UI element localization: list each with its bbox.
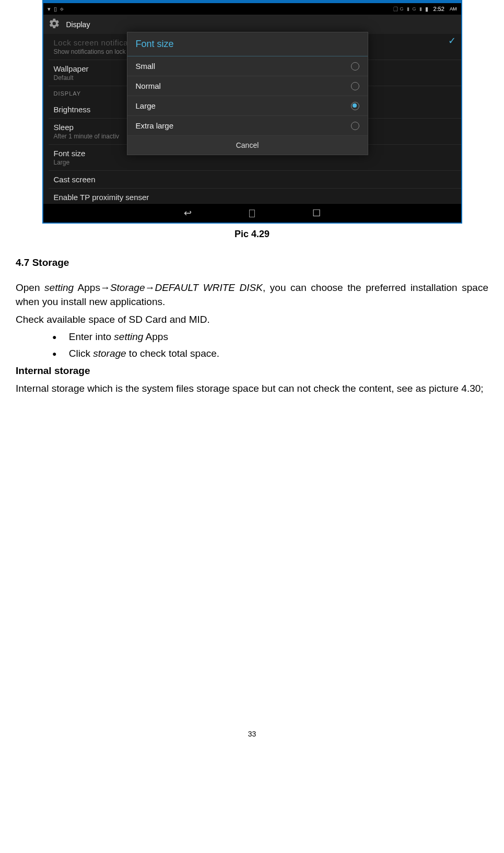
figure-caption: Pic 4.29 bbox=[16, 229, 488, 240]
row-cast-screen[interactable]: Cast screen bbox=[49, 171, 461, 189]
radio-icon bbox=[351, 62, 359, 71]
home-icon[interactable]: ⎕ bbox=[249, 208, 255, 219]
dialog-title: Font size bbox=[127, 32, 368, 56]
app-bar-title: Display bbox=[66, 20, 90, 29]
screenshot-figure: ▾ ▯ ⎆ ⃣ G ▮ G ▮ ▮ 2:52 AM bbox=[42, 0, 462, 224]
list-item: Click storage to check total space. bbox=[52, 346, 488, 361]
recents-icon[interactable]: ☐ bbox=[312, 207, 321, 219]
dialog-option-label: Small bbox=[136, 62, 156, 71]
paragraph-1: Open setting Apps→Storage→DEFAULT WRITE … bbox=[16, 281, 488, 309]
bullet-list: Enter into setting Apps Click storage to… bbox=[16, 330, 488, 360]
status-bar: ▾ ▯ ⎆ ⃣ G ▮ G ▮ ▮ 2:52 AM bbox=[43, 3, 461, 15]
network-label-2: G bbox=[413, 6, 416, 11]
dialog-option-label: Large bbox=[136, 101, 156, 110]
checkmark-icon: ✓ bbox=[448, 35, 456, 46]
signal-bars-icon-1: ▮ bbox=[407, 6, 409, 11]
subheading-internal-storage: Internal storage bbox=[16, 364, 488, 378]
app-bar: Display bbox=[43, 15, 461, 34]
cancel-button[interactable]: Cancel bbox=[127, 136, 368, 155]
back-icon[interactable]: ↩ bbox=[184, 207, 192, 219]
network-label-1: G bbox=[400, 6, 404, 11]
radio-icon bbox=[351, 82, 359, 90]
paragraph-3: Internal storage which is the system fil… bbox=[16, 381, 488, 396]
signal-icon: ▾ bbox=[48, 6, 51, 13]
document-body: 4.7 Storage Open setting Apps→Storage→DE… bbox=[16, 255, 488, 395]
dialog-option-small[interactable]: Small bbox=[127, 56, 368, 76]
clock-time: 2:52 bbox=[433, 6, 444, 12]
dialog-option-extra-large[interactable]: Extra large bbox=[127, 116, 368, 136]
page-number: 33 bbox=[16, 730, 488, 738]
dialog-option-large[interactable]: Large bbox=[127, 96, 368, 116]
account-icon: ▯ bbox=[54, 6, 57, 13]
gear-icon bbox=[49, 18, 60, 31]
list-item: Enter into setting Apps bbox=[52, 330, 488, 344]
battery-icon: ▮ bbox=[425, 6, 428, 13]
sync-icon: ⎆ bbox=[60, 6, 64, 12]
radio-icon bbox=[351, 122, 359, 130]
radio-icon-selected bbox=[351, 102, 359, 110]
signal-bars-icon-2: ▮ bbox=[419, 6, 422, 11]
dialog-option-label: Extra large bbox=[136, 121, 174, 130]
section-heading: 4.7 Storage bbox=[16, 255, 488, 270]
dialog-option-normal[interactable]: Normal bbox=[127, 76, 368, 96]
dialog-option-label: Normal bbox=[136, 81, 161, 90]
font-size-dialog: Font size Small Normal Large Extra large bbox=[127, 32, 368, 155]
clock-ampm: AM bbox=[450, 6, 457, 11]
android-nav-bar: ↩ ⎕ ☐ bbox=[43, 203, 461, 223]
paragraph-2: Check available space of SD Card and MID… bbox=[16, 312, 488, 327]
